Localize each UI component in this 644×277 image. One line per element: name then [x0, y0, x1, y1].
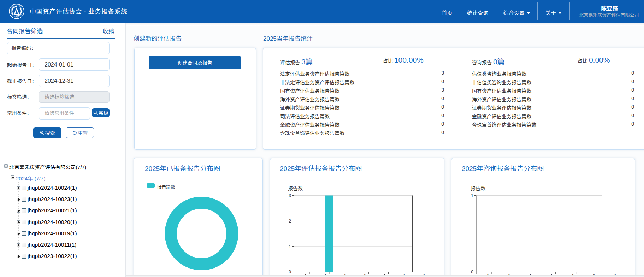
svg-text:3: 3	[289, 193, 291, 198]
svg-text:0: 0	[289, 270, 291, 275]
svg-text:报告数: 报告数	[471, 186, 485, 191]
svg-text:0: 0	[471, 270, 473, 275]
svg-text:中国资产评估协会: 中国资产评估协会	[10, 4, 23, 8]
svg-text:报告数: 报告数	[288, 186, 303, 191]
svg-text:2: 2	[289, 219, 291, 224]
svg-text:1: 1	[289, 244, 291, 249]
svg-text:1: 1	[471, 193, 473, 198]
